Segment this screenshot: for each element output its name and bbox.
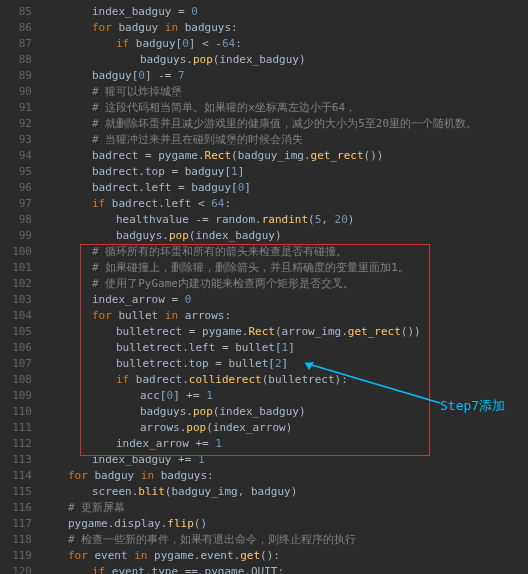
line-number: 87	[0, 36, 32, 52]
line-number: 107	[0, 356, 32, 372]
line-number: 112	[0, 436, 32, 452]
code-line[interactable]: # 当獾冲过来并且在碰到城堡的时候会消失	[44, 132, 528, 148]
code-line[interactable]: bulletrect = pygame.Rect(arrow_img.get_r…	[44, 324, 528, 340]
line-number-gutter: 8586878889909192939495969798991001011021…	[0, 0, 40, 574]
code-line[interactable]: # 循环所有的坏蛋和所有的箭头来检查是否有碰撞。	[44, 244, 528, 260]
code-line[interactable]: healthvalue -= random.randint(5, 20)	[44, 212, 528, 228]
line-number: 114	[0, 468, 32, 484]
line-number: 96	[0, 180, 32, 196]
code-editor[interactable]: 8586878889909192939495969798991001011021…	[0, 0, 528, 574]
code-content[interactable]: index_badguy = 0for badguy in badguys:if…	[40, 0, 528, 574]
line-number: 120	[0, 564, 32, 574]
line-number: 103	[0, 292, 32, 308]
line-number: 97	[0, 196, 32, 212]
code-line[interactable]: # 使用了PyGame内建功能来检查两个矩形是否交叉。	[44, 276, 528, 292]
code-line[interactable]: bulletrect.top = bullet[2]	[44, 356, 528, 372]
code-line[interactable]: badguys.pop(index_badguy)	[44, 52, 528, 68]
line-number: 117	[0, 516, 32, 532]
line-number: 108	[0, 372, 32, 388]
code-line[interactable]: for bullet in arrows:	[44, 308, 528, 324]
code-line[interactable]: badguys.pop(index_badguy)	[44, 228, 528, 244]
code-line[interactable]: if badrect.colliderect(bulletrect):	[44, 372, 528, 388]
line-number: 90	[0, 84, 32, 100]
line-number: 105	[0, 324, 32, 340]
code-line[interactable]: badrect = pygame.Rect(badguy_img.get_rec…	[44, 148, 528, 164]
code-line[interactable]: # 就删除坏蛋并且减少游戏里的健康值，减少的大小为5至20里的一个随机数。	[44, 116, 528, 132]
code-line[interactable]: index_badguy += 1	[44, 452, 528, 468]
line-number: 88	[0, 52, 32, 68]
code-line[interactable]: pygame.display.flip()	[44, 516, 528, 532]
line-number: 101	[0, 260, 32, 276]
line-number: 89	[0, 68, 32, 84]
code-line[interactable]: for badguy in badguys:	[44, 468, 528, 484]
line-number: 111	[0, 420, 32, 436]
line-number: 95	[0, 164, 32, 180]
code-line[interactable]: # 这段代码相当简单。如果獾的x坐标离左边小于64，	[44, 100, 528, 116]
code-line[interactable]: if badrect.left < 64:	[44, 196, 528, 212]
code-line[interactable]: acc[0] += 1	[44, 388, 528, 404]
code-line[interactable]: for event in pygame.event.get():	[44, 548, 528, 564]
line-number: 91	[0, 100, 32, 116]
line-number: 92	[0, 116, 32, 132]
code-line[interactable]: if event.type == pygame.QUIT:	[44, 564, 528, 574]
code-line[interactable]: # 如果碰撞上，删除獾，删除箭头，并且精确度的变量里面加1。	[44, 260, 528, 276]
line-number: 99	[0, 228, 32, 244]
line-number: 102	[0, 276, 32, 292]
line-number: 118	[0, 532, 32, 548]
line-number: 106	[0, 340, 32, 356]
code-line[interactable]: bulletrect.left = bullet[1]	[44, 340, 528, 356]
line-number: 109	[0, 388, 32, 404]
line-number: 86	[0, 20, 32, 36]
line-number: 98	[0, 212, 32, 228]
code-line[interactable]: # 检查一些新的事件，如果有退出命令，则终止程序的执行	[44, 532, 528, 548]
line-number: 100	[0, 244, 32, 260]
code-line[interactable]: badrect.left = badguy[0]	[44, 180, 528, 196]
code-line[interactable]: if badguy[0] < -64:	[44, 36, 528, 52]
line-number: 119	[0, 548, 32, 564]
code-line[interactable]: badrect.top = badguy[1]	[44, 164, 528, 180]
code-line[interactable]: badguys.pop(index_badguy)	[44, 404, 528, 420]
code-line[interactable]: index_badguy = 0	[44, 4, 528, 20]
line-number: 113	[0, 452, 32, 468]
code-line[interactable]: for badguy in badguys:	[44, 20, 528, 36]
line-number: 115	[0, 484, 32, 500]
line-number: 94	[0, 148, 32, 164]
code-line[interactable]: index_arrow = 0	[44, 292, 528, 308]
line-number: 85	[0, 4, 32, 20]
code-line[interactable]: arrows.pop(index_arrow)	[44, 420, 528, 436]
code-line[interactable]: # 更新屏幕	[44, 500, 528, 516]
code-line[interactable]: # 獾可以炸掉城堡	[44, 84, 528, 100]
line-number: 110	[0, 404, 32, 420]
code-line[interactable]: screen.blit(badguy_img, badguy)	[44, 484, 528, 500]
code-line[interactable]: index_arrow += 1	[44, 436, 528, 452]
line-number: 93	[0, 132, 32, 148]
line-number: 104	[0, 308, 32, 324]
line-number: 116	[0, 500, 32, 516]
code-line[interactable]: badguy[0] -= 7	[44, 68, 528, 84]
